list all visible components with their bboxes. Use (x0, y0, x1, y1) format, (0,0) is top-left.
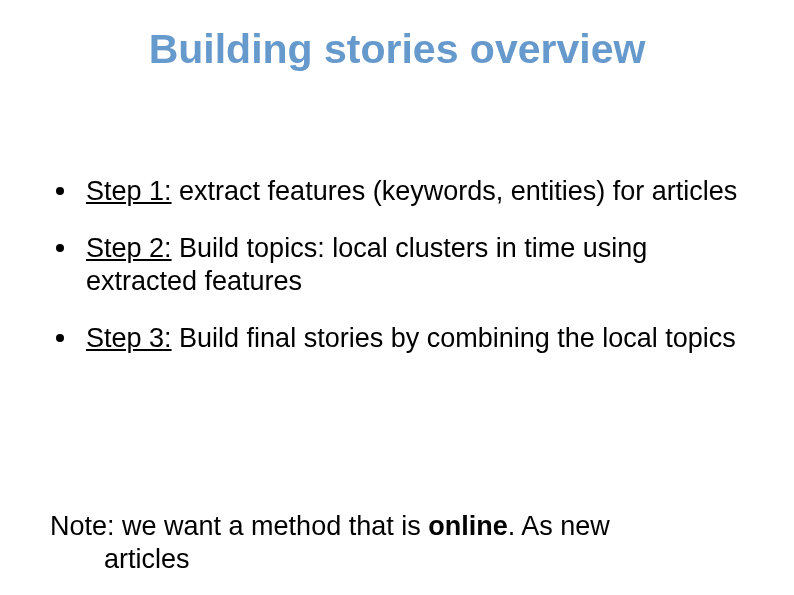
note-suffix: . As new (508, 511, 610, 541)
slide: Building stories overview Step 1: extrac… (0, 0, 794, 595)
note-line2: articles (50, 543, 750, 576)
slide-content: Step 1: extract features (keywords, enti… (50, 175, 750, 379)
note-text: Note: we want a method that is online. A… (50, 510, 750, 576)
step-label: Step 1: (86, 176, 172, 206)
slide-title: Building stories overview (0, 26, 794, 73)
bullet-item-2: Step 2: Build topics: local clusters in … (50, 232, 750, 298)
note-prefix: Note: we want a method that is (50, 511, 428, 541)
bullet-item-3: Step 3: Build final stories by combining… (50, 322, 750, 355)
bullet-text: extract features (keywords, entities) fo… (172, 176, 738, 206)
note-emphasis: online (428, 511, 508, 541)
bullet-item-1: Step 1: extract features (keywords, enti… (50, 175, 750, 208)
bullet-list: Step 1: extract features (keywords, enti… (50, 175, 750, 355)
bullet-text: Build final stories by combining the loc… (172, 323, 736, 353)
step-label: Step 2: (86, 233, 172, 263)
step-label: Step 3: (86, 323, 172, 353)
